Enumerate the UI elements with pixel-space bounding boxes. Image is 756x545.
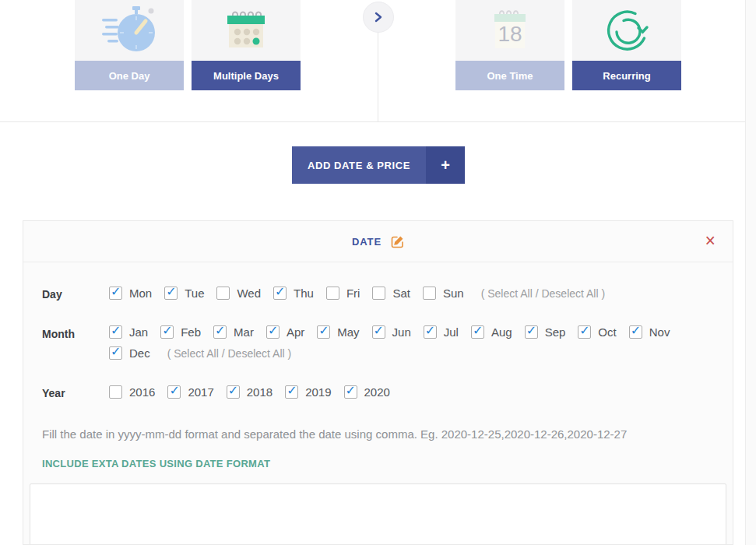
checkbox-label: Dec bbox=[129, 346, 150, 360]
checkbox-checked-icon[interactable] bbox=[109, 325, 122, 339]
checkbox-option-wed[interactable]: Wed bbox=[216, 287, 261, 300]
checkbox-unchecked-icon[interactable] bbox=[423, 287, 436, 300]
checkbox-checked-icon[interactable] bbox=[227, 385, 240, 399]
day-checkbox-group: MonTueWedThuFriSatSun ( Select All / Des… bbox=[109, 286, 714, 301]
checkbox-option-apr[interactable]: Apr bbox=[266, 325, 304, 339]
checkbox-option-mar[interactable]: Mar bbox=[213, 325, 254, 339]
close-icon[interactable]: × bbox=[705, 232, 716, 250]
checkbox-option-jun[interactable]: Jun bbox=[372, 325, 411, 339]
checkbox-label: Feb bbox=[181, 325, 201, 339]
checkbox-option-fri[interactable]: Fri bbox=[326, 287, 360, 300]
card-multiple-days[interactable]: Multiple Days bbox=[192, 0, 301, 90]
checkbox-label: Wed bbox=[237, 287, 261, 300]
one-time-label[interactable]: One Time bbox=[455, 61, 564, 90]
checkbox-label: Thu bbox=[294, 287, 314, 300]
date-panel: DATE × Day MonTueWedThuFriSatSun ( Selec… bbox=[23, 220, 733, 545]
checkbox-checked-icon[interactable] bbox=[167, 385, 181, 399]
month-select-all-link[interactable]: ( Select All / Deselect All ) bbox=[167, 347, 292, 360]
one-time-icon-area: 18 bbox=[455, 0, 564, 61]
checkbox-option-oct[interactable]: Oct bbox=[578, 325, 616, 339]
checkbox-option-thu[interactable]: Thu bbox=[273, 287, 314, 300]
year-label: Year bbox=[42, 385, 109, 399]
checkbox-option-sat[interactable]: Sat bbox=[372, 287, 410, 300]
calendar-day-number: 18 bbox=[498, 22, 522, 46]
checkbox-checked-icon[interactable] bbox=[160, 325, 174, 339]
checkbox-option-2017[interactable]: 2017 bbox=[167, 385, 213, 399]
plus-icon[interactable]: + bbox=[426, 146, 465, 184]
checkbox-label: Sat bbox=[392, 287, 410, 300]
checkbox-checked-icon[interactable] bbox=[285, 385, 298, 399]
add-date-price-button[interactable]: ADD DATE & PRICE + bbox=[292, 146, 465, 184]
checkbox-option-nov[interactable]: Nov bbox=[629, 325, 670, 339]
checkbox-option-2018[interactable]: 2018 bbox=[227, 385, 273, 399]
checkbox-checked-icon[interactable] bbox=[525, 325, 538, 339]
checkbox-option-aug[interactable]: Aug bbox=[471, 325, 512, 339]
month-row: Month JanFebMarAprMayJunJulAugSepOctNovD… bbox=[42, 325, 714, 360]
checkbox-option-dec[interactable]: Dec bbox=[109, 346, 150, 360]
card-one-day[interactable]: One Day bbox=[75, 0, 184, 90]
checkbox-checked-icon[interactable] bbox=[629, 325, 642, 339]
checkbox-unchecked-icon[interactable] bbox=[109, 385, 122, 399]
checkbox-label: Apr bbox=[287, 325, 304, 339]
extra-dates-heading: INCLUDE EXTA DATES USING DATE FORMAT bbox=[42, 458, 714, 469]
checkbox-label: Sep bbox=[545, 325, 566, 339]
checkbox-checked-icon[interactable] bbox=[471, 325, 484, 339]
checkbox-label: Mon bbox=[129, 287, 152, 300]
edit-icon[interactable] bbox=[391, 235, 404, 248]
checkbox-unchecked-icon[interactable] bbox=[216, 287, 230, 300]
checkbox-label: Mar bbox=[234, 325, 254, 339]
checkbox-checked-icon[interactable] bbox=[344, 385, 357, 399]
page: One Day bbox=[0, 0, 756, 545]
checkbox-checked-icon[interactable] bbox=[372, 325, 385, 339]
checkbox-checked-icon[interactable] bbox=[424, 325, 437, 339]
month-label: Month bbox=[42, 325, 109, 360]
checkbox-label: Aug bbox=[491, 325, 512, 339]
card-one-time[interactable]: 18 One Time bbox=[455, 0, 564, 90]
checkbox-checked-icon[interactable] bbox=[109, 287, 122, 300]
checkbox-option-sun[interactable]: Sun bbox=[423, 287, 464, 300]
checkbox-option-tue[interactable]: Tue bbox=[164, 287, 204, 300]
day-label: Day bbox=[42, 286, 109, 301]
recurring-label[interactable]: Recurring bbox=[572, 61, 681, 90]
checkbox-checked-icon[interactable] bbox=[578, 325, 591, 339]
checkbox-option-jan[interactable]: Jan bbox=[109, 325, 148, 339]
checkbox-option-mon[interactable]: Mon bbox=[109, 287, 152, 300]
one-day-label[interactable]: One Day bbox=[75, 61, 184, 90]
vertical-divider bbox=[378, 33, 378, 122]
checkbox-checked-icon[interactable] bbox=[266, 325, 280, 339]
checkbox-option-jul[interactable]: Jul bbox=[424, 325, 459, 339]
one-day-icon-area bbox=[75, 0, 184, 61]
checkbox-checked-icon[interactable] bbox=[317, 325, 330, 339]
section-divider bbox=[0, 121, 756, 122]
month-checkbox-group: JanFebMarAprMayJunJulAugSepOctNovDec ( S… bbox=[109, 325, 714, 360]
checkbox-option-feb[interactable]: Feb bbox=[160, 325, 201, 339]
extra-dates-textarea[interactable] bbox=[30, 483, 726, 545]
card-recurring[interactable]: Recurring bbox=[572, 0, 681, 90]
checkbox-unchecked-icon[interactable] bbox=[372, 287, 385, 300]
checkbox-option-sep[interactable]: Sep bbox=[525, 325, 566, 339]
multiple-days-label[interactable]: Multiple Days bbox=[192, 61, 301, 90]
multiple-days-icon-area bbox=[192, 0, 301, 61]
checkbox-label: Tue bbox=[185, 287, 204, 300]
stopwatch-icon bbox=[101, 5, 157, 56]
checkbox-label: Oct bbox=[598, 325, 616, 339]
chevron-right-icon bbox=[374, 11, 383, 23]
checkbox-checked-icon[interactable] bbox=[273, 287, 287, 300]
checkbox-option-2019[interactable]: 2019 bbox=[285, 385, 331, 399]
day-select-all-link[interactable]: ( Select All / Deselect All ) bbox=[481, 287, 606, 300]
recurring-icon bbox=[604, 8, 649, 53]
checkbox-option-may[interactable]: May bbox=[317, 325, 359, 339]
scrollbar-track[interactable] bbox=[745, 0, 756, 545]
checkbox-option-2016[interactable]: 2016 bbox=[109, 385, 155, 399]
checkbox-checked-icon[interactable] bbox=[213, 325, 227, 339]
checkbox-unchecked-icon[interactable] bbox=[326, 287, 339, 300]
checkbox-checked-icon[interactable] bbox=[109, 346, 122, 360]
calendar-one-time-icon: 18 bbox=[493, 9, 527, 51]
checkbox-label: 2019 bbox=[305, 385, 331, 399]
checkbox-checked-icon[interactable] bbox=[164, 287, 178, 300]
checkbox-label: 2020 bbox=[364, 385, 390, 399]
calendar-multiple-icon bbox=[225, 10, 267, 51]
checkbox-option-2020[interactable]: 2020 bbox=[344, 385, 390, 399]
checkbox-label: Jan bbox=[129, 325, 148, 339]
next-step-button[interactable] bbox=[363, 2, 394, 33]
